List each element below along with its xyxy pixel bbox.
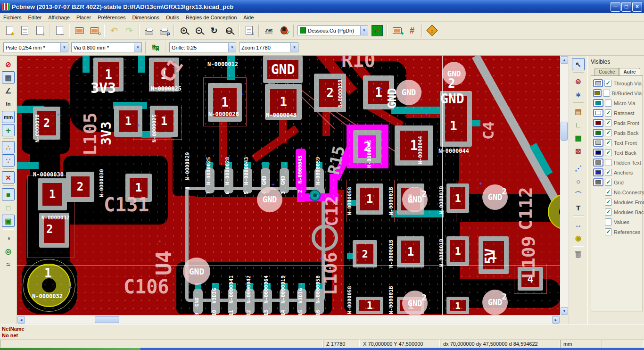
visibility-checkbox[interactable]: ✓ [605, 179, 612, 186]
cursor-shape-button[interactable]: + [2, 124, 15, 136]
zones-hide-button[interactable]: □ [2, 201, 15, 214]
undo-button[interactable]: ↶ [107, 24, 121, 38]
vias-sketch-button[interactable]: ◎ [2, 245, 15, 257]
layer-color-button[interactable] [593, 79, 603, 87]
minimize-button[interactable]: ─ [611, 2, 620, 12]
vertical-scrollbar[interactable]: ▲ ▼ [560, 56, 569, 315]
tracks-sketch-button[interactable]: ≈ [2, 258, 15, 270]
layer-color-button[interactable] [593, 109, 603, 117]
delete-tool-button[interactable] [572, 249, 585, 261]
visibility-checkbox[interactable] [605, 159, 612, 166]
pcb-canvas[interactable]: 111GND1211211211111211111147 N-00000256 … [17, 56, 560, 315]
zoom-fit-button[interactable]: ▭ [222, 24, 236, 38]
scroll-up-arrow[interactable]: ▲ [561, 56, 568, 64]
redraw-button[interactable]: ↻ [207, 24, 221, 38]
visibility-checkbox[interactable]: ✓ [605, 129, 612, 136]
module-editor-button[interactable] [72, 24, 86, 38]
add-circle-button[interactable]: ○ [572, 175, 585, 187]
add-graphic-line-button[interactable]: ⋰ [572, 162, 585, 174]
visibility-checkbox[interactable]: ✓ [605, 199, 612, 206]
units-mm-button[interactable]: mm [2, 111, 15, 123]
add-track-button[interactable]: ∟ [572, 118, 585, 131]
scroll-right-arrow[interactable]: ► [552, 316, 560, 324]
close-button[interactable]: × [632, 2, 642, 12]
menu-outils[interactable]: Outils [163, 14, 182, 21]
select-tool-button[interactable]: ↖ [572, 58, 585, 70]
visibility-checkbox[interactable]: ✓ [605, 139, 612, 146]
invisible-layer-button[interactable]: ⌐ [370, 24, 384, 38]
new-board-button[interactable]: ★ [2, 24, 17, 38]
module-ratsnest-button[interactable]: ∵ [2, 154, 15, 167]
add-target-button[interactable]: ◉ [572, 232, 585, 244]
visibility-checkbox[interactable]: ✓ [605, 119, 612, 126]
plot-button[interactable]: P [157, 24, 171, 38]
layer-select[interactable]: Dessous.Cu (PgDn)▼ [297, 25, 368, 35]
layer-color-button[interactable] [593, 89, 602, 97]
layer-color-button[interactable] [593, 139, 603, 147]
zoom-select[interactable]: Zoom 17780▼ [239, 42, 298, 52]
vertical-scroll-thumb[interactable] [561, 122, 568, 141]
layer-color-button[interactable] [593, 119, 603, 127]
menu-affichage[interactable]: Affichage [45, 14, 73, 21]
high-contrast-button[interactable]: ◑ [2, 232, 15, 244]
visibility-checkbox[interactable]: ✓ [605, 228, 612, 235]
layer-color-button[interactable] [593, 158, 603, 167]
grid-visibility-button[interactable]: ▦ [2, 71, 15, 83]
local-ratsnest-button[interactable]: ∗ [572, 88, 585, 100]
add-zone-button[interactable]: ▩ [572, 132, 585, 144]
page-settings-button[interactable]: ↔ [52, 24, 66, 38]
taskbar[interactable] [0, 348, 644, 350]
layer-color-button[interactable] [593, 168, 603, 176]
add-arc-button[interactable]: ⌒ [572, 188, 585, 200]
via-size-select[interactable]: Via 0,800 mm *▼ [71, 42, 142, 52]
find-button[interactable]: ○ [242, 24, 256, 38]
maximize-button[interactable]: □ [621, 2, 631, 12]
layer-color-button[interactable] [593, 178, 603, 186]
tab-couche[interactable]: Couche [594, 68, 619, 75]
visibility-checkbox[interactable]: ✓ [605, 109, 612, 117]
layer-color-button[interactable] [593, 99, 603, 107]
zoom-in-button[interactable]: + [177, 24, 191, 38]
auto-track-width-button[interactable]: ↹ [149, 41, 163, 55]
module-ratsnest-mode-button[interactable]: + [390, 24, 404, 38]
visibility-checkbox[interactable] [605, 100, 612, 107]
visibility-checkbox[interactable]: ✓ [605, 189, 612, 196]
add-text-button[interactable]: T [572, 201, 585, 214]
tab-autre[interactable]: Autre [619, 68, 640, 75]
layer-color-button[interactable] [593, 129, 603, 137]
menu-dimensions[interactable]: Dimensions [129, 14, 162, 21]
freeroute-button[interactable]: ↕ [425, 24, 439, 38]
horizontal-scroll-thumb[interactable] [95, 316, 119, 323]
print-button[interactable] [142, 24, 156, 38]
horizontal-scrollbar[interactable]: ◄ ► [17, 315, 560, 324]
add-dimension-button[interactable]: ↔ [572, 218, 585, 231]
menu-aide[interactable]: Aide [240, 14, 257, 21]
grid-select[interactable]: Grille: 0,25▼ [169, 42, 236, 52]
polar-coords-button[interactable]: ∠ [2, 84, 15, 97]
zones-show-button[interactable]: ■ [2, 188, 15, 200]
menu-regles[interactable]: Règles de Conception [182, 14, 240, 21]
track-width-select[interactable]: Piste 0,254 mm *▼ [3, 42, 68, 52]
visibility-checkbox[interactable] [603, 90, 610, 97]
drc-button[interactable]: ✓ [277, 24, 291, 38]
menu-preferences[interactable]: Préférences [94, 14, 129, 21]
visibility-checkbox[interactable]: ✓ [605, 149, 612, 156]
redo-button[interactable]: ↷ [122, 24, 136, 38]
units-inches-button[interactable]: In [2, 98, 15, 110]
scroll-left-arrow[interactable]: ◄ [17, 316, 25, 324]
visibility-checkbox[interactable]: ✓ [605, 208, 612, 216]
add-keepout-button[interactable]: ⊠ [572, 145, 585, 157]
highlight-net-button[interactable]: ⊚ [572, 75, 585, 87]
visibility-checkbox[interactable]: ✓ [604, 80, 611, 87]
add-module-button[interactable]: ▤ [572, 105, 585, 117]
netlist-button[interactable]: .net [262, 24, 276, 38]
ratsnest-visibility-button[interactable]: ∴ [2, 141, 15, 153]
module-viewer-button[interactable]: ○ [87, 24, 101, 38]
visibility-checkbox[interactable] [605, 218, 612, 225]
track-grid-button[interactable]: # [405, 24, 419, 38]
menu-fichiers[interactable]: Fichiers [0, 14, 25, 21]
auto-delete-track-button[interactable]: × [2, 171, 15, 183]
menu-editer[interactable]: Editer [25, 14, 45, 21]
zones-outline-button[interactable]: ▣ [2, 215, 15, 227]
scroll-down-arrow[interactable]: ▼ [561, 307, 568, 315]
